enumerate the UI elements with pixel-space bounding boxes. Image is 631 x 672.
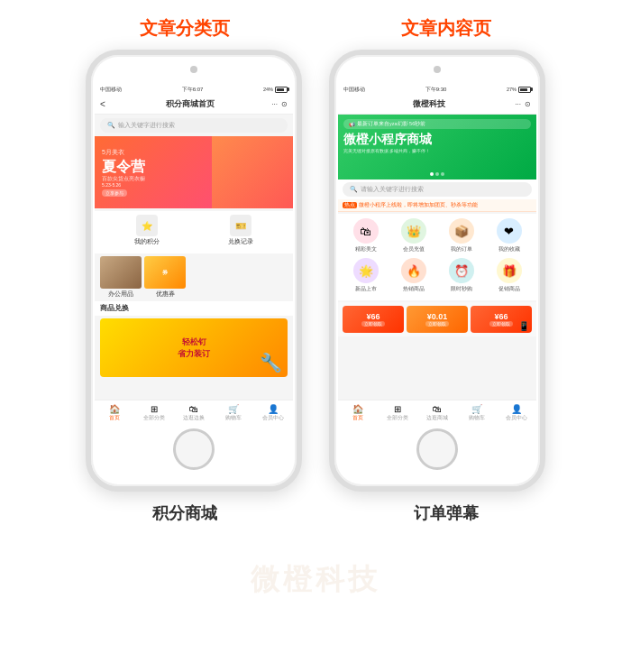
tab-shop-left[interactable]: 🛍 边逛边换 — [174, 402, 214, 423]
menu-icon-left[interactable]: ··· — [271, 100, 278, 108]
settings-icon-left[interactable]: ⊙ — [281, 100, 288, 108]
battery-pct-right: 27% — [507, 87, 517, 92]
time-right: 下午9:30 — [425, 86, 447, 94]
shop-icon-right: 🛍 — [433, 404, 442, 414]
shop-label-left: 边逛边换 — [183, 415, 205, 421]
thumb-office-label: 办公用品 — [108, 290, 133, 299]
icon-item-favorites[interactable]: ❤ 我的收藏 — [485, 218, 533, 253]
orders-label: 我的订单 — [451, 245, 472, 253]
icon-item-articles[interactable]: 🛍 精彩美文 — [342, 218, 389, 253]
left-phone-screen: 中国移动 下午6:07 24% < 积分商城首页 ··· ⊙ 🔍 输入关键字 — [95, 84, 293, 425]
status-bar-right: 中国移动 下午9:30 27% — [338, 84, 536, 95]
hot-icon: 🔥 — [401, 258, 426, 283]
product-line2: 省力装订 — [178, 348, 210, 360]
bottom-tabs-right: 🏠 首页 ⊞ 全部分类 🛍 边逛商城 🛒 购物车 👤 会员中心 — [338, 400, 536, 425]
dot-3 — [441, 172, 444, 176]
points-icon: ⭐ — [136, 215, 158, 236]
right-page-label: 文章内容页 — [401, 16, 491, 41]
tab-shop-right[interactable]: 🛍 边逛商城 — [417, 402, 457, 423]
carrier-right: 中国移动 — [343, 87, 365, 93]
search-placeholder-left: 输入关键字进行搜索 — [118, 121, 175, 130]
home-icon-left: 🏠 — [109, 404, 120, 414]
shop-icon-left: 🛍 — [189, 404, 198, 414]
tab-cart-left[interactable]: 🛒 购物车 — [214, 402, 253, 423]
coupon-btn-1: 立即领取 — [361, 321, 385, 327]
coupon-3[interactable]: ¥66 立即领取 📱 — [471, 306, 532, 333]
shop-label-right: 边逛商城 — [426, 415, 448, 421]
search-bar-left[interactable]: 🔍 输入关键字进行搜索 — [100, 118, 288, 133]
hot-tag: 热点 — [343, 202, 357, 208]
icon-item-vip[interactable]: 👑 会员充值 — [389, 218, 437, 253]
coupon-amount-3: ¥66 — [494, 312, 508, 321]
banner-image — [212, 136, 293, 208]
search-bar-right[interactable]: 🔍 请输入关键字进行搜索 — [343, 182, 532, 197]
coupon-2[interactable]: ¥0.01 立即领取 — [407, 306, 468, 333]
icon-item-orders[interactable]: 📦 我的订单 — [437, 218, 485, 253]
member-label-right: 会员中心 — [506, 415, 527, 421]
exchange-icon: 🎫 — [230, 215, 251, 236]
grid-item-points[interactable]: ⭐ 我的积分 — [102, 215, 192, 246]
bottom-tabs-left: 🏠 首页 ⊞ 全部分类 🛍 边逛边换 🛒 购物车 👤 会员中心 — [95, 400, 293, 425]
search-icon-right: 🔍 — [350, 186, 358, 193]
articles-label: 精彩美文 — [355, 245, 377, 253]
back-button-left[interactable]: < — [100, 99, 105, 109]
icon-row-2: 🌟 新品上市 🔥 热销商品 ⏰ 限时秒购 🎁 促销商品 — [342, 258, 533, 293]
banner-main-title: 夏令营 — [102, 159, 145, 175]
dot-2 — [435, 172, 439, 176]
search-container-right: 🔍 请输入关键字进行搜索 — [338, 180, 536, 199]
grid-item-exchange[interactable]: 🎫 兑换记录 — [196, 215, 286, 246]
banner-left: 5月美衣 夏令营 百款尖货点亮衣橱 5.23-5.26 立享参与 — [95, 136, 293, 208]
coupon-1[interactable]: ¥66 立即领取 — [343, 306, 404, 333]
promo-label: 促销商品 — [498, 285, 520, 293]
icon-item-hot[interactable]: 🔥 热销商品 — [389, 258, 437, 293]
dot-1 — [430, 172, 434, 176]
watermark: 微橙科技 — [251, 560, 380, 600]
coupon-amount-1: ¥66 — [366, 312, 380, 321]
status-bar-left: 中国移动 下午6:07 24% — [95, 84, 293, 95]
time-left: 下午6:07 — [182, 86, 204, 94]
wc-banner: 📢 最新订单来自yza幻影 56秒前 微橙小程序商城 完美无缝对接原有数据 多端… — [338, 115, 536, 180]
flash-label: 限时秒购 — [451, 285, 472, 293]
right-phone-screen: 中国移动 下午9:30 27% 微橙科技 ··· ⊙ 📢 最新订单 — [338, 84, 536, 425]
left-bottom-label: 积分商城 — [152, 502, 217, 524]
menu-icon-right[interactable]: ··· — [515, 100, 521, 108]
home-icon-right: 🏠 — [352, 404, 363, 414]
tab-home-left[interactable]: 🏠 首页 — [95, 402, 134, 423]
tab-member-left[interactable]: 👤 会员中心 — [253, 402, 293, 423]
banner-dots — [430, 172, 444, 176]
tab-category-left[interactable]: ⊞ 全部分类 — [134, 402, 174, 423]
thumb-coupon[interactable]: 券 优惠券 — [144, 256, 186, 299]
notice-text: 最新订单来自yza幻影 56秒前 — [357, 121, 425, 127]
settings-icon-right[interactable]: ⊙ — [525, 100, 531, 108]
flash-icon: ⏰ — [449, 258, 474, 283]
banner-date: 5.23-5.26 — [102, 182, 145, 188]
tab-category-right[interactable]: ⊞ 全部分类 — [378, 402, 417, 423]
new-label: 新品上市 — [355, 285, 377, 293]
tab-member-right[interactable]: 👤 会员中心 — [497, 402, 536, 423]
battery-icon-left — [275, 87, 288, 93]
tab-home-right[interactable]: 🏠 首页 — [338, 402, 378, 423]
thumb-office[interactable]: 办公用品 — [100, 256, 142, 299]
thumb-coupon-label: 优惠券 — [156, 290, 175, 299]
icon-grid-right: 🛍 精彩美文 👑 会员充值 📦 我的订单 ❤ 我的收藏 — [338, 214, 536, 300]
home-label-right: 首页 — [352, 415, 363, 421]
member-label-left: 会员中心 — [262, 415, 284, 421]
icon-item-promo[interactable]: 🎁 促销商品 — [485, 258, 533, 293]
hot-label: 热销商品 — [403, 285, 425, 293]
product-card[interactable]: 轻松钉 省力装订 🔧 — [100, 318, 288, 377]
product-line1: 轻松钉 — [178, 336, 210, 348]
vip-label: 会员充值 — [403, 245, 425, 253]
tab-cart-right[interactable]: 🛒 购物车 — [457, 402, 497, 423]
articles-icon: 🛍 — [353, 218, 379, 244]
member-icon-right: 👤 — [511, 404, 522, 414]
banner-button[interactable]: 立享参与 — [102, 189, 127, 197]
icon-row-1: 🛍 精彩美文 👑 会员充值 📦 我的订单 ❤ 我的收藏 — [342, 218, 533, 253]
icon-item-flash[interactable]: ⏰ 限时秒购 — [437, 258, 485, 293]
coupon-btn-3: 立即领取 — [489, 321, 513, 327]
category-icon-left: ⊞ — [151, 404, 158, 414]
icon-item-new[interactable]: 🌟 新品上市 — [342, 258, 389, 293]
coupon-amount-2: ¥0.01 — [427, 312, 448, 321]
new-icon: 🌟 — [353, 258, 379, 283]
phone-coupon-icon: 📱 — [518, 321, 529, 331]
battery-pct-left: 24% — [263, 87, 273, 92]
